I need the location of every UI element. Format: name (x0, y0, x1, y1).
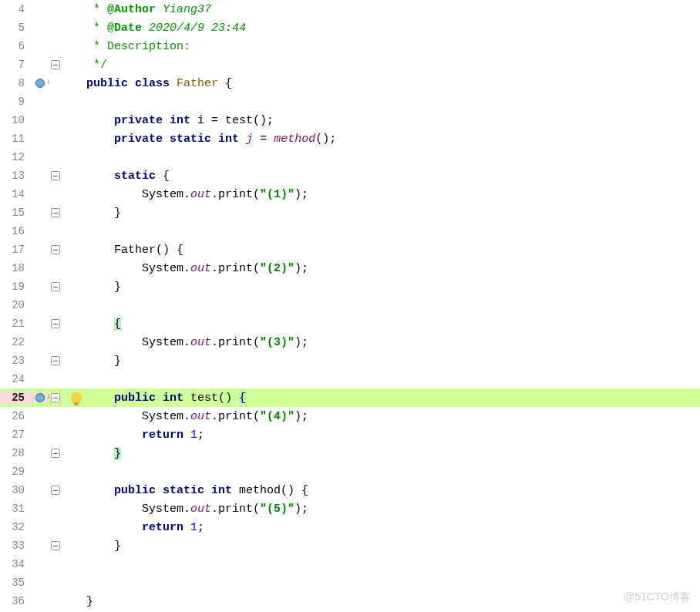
override-icon[interactable] (35, 393, 45, 402)
code-text[interactable]: return 1; (83, 429, 204, 442)
code-line[interactable]: 5 * @Date 2020/4/9 23:44 (0, 18, 700, 37)
code-text[interactable]: System.out.print("(4)"); (83, 410, 308, 423)
code-line[interactable]: 26 System.out.print("(4)"); (0, 407, 700, 425)
code-text[interactable]: System.out.print("(2)"); (83, 262, 308, 275)
code-line[interactable]: 25 public int test() { (0, 388, 700, 407)
fold-open-icon[interactable] (51, 245, 60, 254)
watermark: @51CTO博客 (624, 590, 691, 604)
code-line[interactable]: 8public class Father { (0, 74, 700, 92)
code-line[interactable]: 19 } (0, 277, 700, 296)
code-text[interactable]: } (83, 540, 121, 553)
code-line[interactable]: 27 return 1; (0, 425, 700, 444)
code-text[interactable]: } (83, 281, 121, 294)
fold-gutter (49, 208, 62, 217)
code-line[interactable]: 35 (0, 573, 700, 592)
code-editor[interactable]: 4 * @Author Yiang375 * @Date 2020/4/9 23… (0, 0, 700, 610)
code-line[interactable]: 10 private int i = test(); (0, 111, 700, 129)
line-number: 35 (0, 577, 31, 589)
code-text[interactable]: System.out.print("(5)"); (83, 503, 308, 516)
code-text[interactable]: private int i = test(); (83, 114, 274, 127)
code-text[interactable]: System.out.print("(1)"); (83, 188, 308, 201)
line-number: 34 (0, 558, 31, 570)
line-number: 26 (0, 410, 31, 422)
code-text[interactable]: } (83, 355, 121, 368)
intention-bulb-icon[interactable] (69, 392, 83, 403)
line-number: 36 (0, 595, 31, 607)
fold-open-icon[interactable] (51, 319, 60, 328)
code-line[interactable]: 23 } (0, 351, 700, 370)
fold-close-icon[interactable] (51, 208, 60, 217)
fold-open-icon[interactable] (51, 393, 60, 402)
fold-close-icon[interactable] (51, 282, 60, 291)
code-line[interactable]: 28 } (0, 444, 700, 462)
fold-open-icon[interactable] (51, 171, 60, 180)
code-line[interactable]: 30 public static int method() { (0, 481, 700, 499)
line-number: 31 (0, 503, 31, 515)
fold-gutter (49, 449, 62, 458)
code-text[interactable]: { (83, 318, 121, 331)
code-line[interactable]: 29 (0, 462, 700, 481)
code-line[interactable]: 6 * Description: (0, 37, 700, 55)
fold-close-icon[interactable] (51, 60, 60, 69)
line-number: 5 (0, 22, 31, 34)
code-text[interactable]: * Description: (83, 40, 190, 53)
code-line[interactable]: 9 (0, 92, 700, 111)
line-number: 15 (0, 207, 31, 219)
code-text[interactable]: } (83, 447, 121, 460)
line-number: 18 (0, 262, 31, 274)
fold-gutter (49, 282, 62, 291)
line-number: 4 (0, 3, 31, 15)
fold-gutter (49, 245, 62, 254)
code-line[interactable]: 13 static { (0, 166, 700, 185)
fold-close-icon[interactable] (51, 356, 60, 365)
code-text[interactable]: public int test() { (83, 392, 246, 405)
code-text[interactable]: Father() { (83, 244, 183, 257)
code-text[interactable]: public class Father { (83, 77, 232, 90)
fold-open-icon[interactable] (51, 486, 60, 495)
code-line[interactable]: 16 (0, 222, 700, 240)
code-text[interactable]: public static int method() { (83, 484, 308, 497)
code-text[interactable]: static { (83, 170, 170, 183)
code-line[interactable]: 20 (0, 296, 700, 314)
line-number: 30 (0, 484, 31, 496)
line-number: 9 (0, 96, 31, 108)
fold-gutter (49, 486, 62, 495)
code-line[interactable]: 15 } (0, 203, 700, 222)
line-number: 14 (0, 188, 31, 200)
gutter-marks (31, 393, 49, 402)
code-line[interactable]: 33 } (0, 536, 700, 555)
code-line[interactable]: 18 System.out.print("(2)"); (0, 259, 700, 277)
line-number: 19 (0, 281, 31, 293)
code-line[interactable]: 14 System.out.print("(1)"); (0, 185, 700, 203)
code-line[interactable]: 36} (0, 592, 700, 610)
line-number: 6 (0, 40, 31, 52)
code-line[interactable]: 4 * @Author Yiang37 (0, 0, 700, 18)
code-line[interactable]: 11 private static int j = method(); (0, 129, 700, 148)
code-line[interactable]: 7 */ (0, 55, 700, 74)
code-line[interactable]: 12 (0, 148, 700, 166)
code-text[interactable]: */ (83, 59, 107, 72)
code-line[interactable]: 32 return 1; (0, 518, 700, 536)
code-line[interactable]: 21 { (0, 314, 700, 333)
code-line[interactable]: 34 (0, 555, 700, 573)
override-icon[interactable] (35, 79, 45, 88)
fold-gutter (49, 171, 62, 180)
code-line[interactable]: 31 System.out.print("(5)"); (0, 499, 700, 518)
line-number: 29 (0, 466, 31, 478)
code-line[interactable]: 24 (0, 370, 700, 388)
code-text[interactable]: * @Date 2020/4/9 23:44 (83, 22, 246, 35)
code-text[interactable]: } (83, 207, 121, 220)
line-number: 33 (0, 540, 31, 552)
code-line[interactable]: 17 Father() { (0, 240, 700, 259)
code-text[interactable]: } (83, 595, 93, 608)
line-number: 20 (0, 299, 31, 311)
code-line[interactable]: 22 System.out.print("(3)"); (0, 333, 700, 351)
line-number: 7 (0, 59, 31, 71)
code-text[interactable]: System.out.print("(3)"); (83, 336, 308, 349)
line-number: 23 (0, 355, 31, 367)
fold-close-icon[interactable] (51, 449, 60, 458)
code-text[interactable]: * @Author Yiang37 (83, 3, 211, 16)
fold-close-icon[interactable] (51, 541, 60, 550)
code-text[interactable]: private static int j = method(); (83, 133, 336, 146)
code-text[interactable]: return 1; (83, 521, 204, 534)
